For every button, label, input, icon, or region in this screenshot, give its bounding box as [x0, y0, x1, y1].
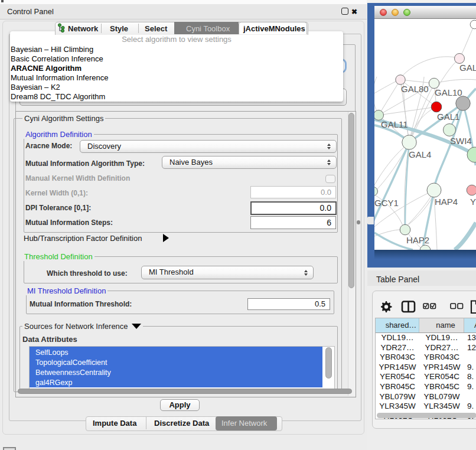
svg-text:HAP2: HAP2: [406, 235, 429, 245]
svg-text:GAL10: GAL10: [435, 87, 462, 97]
svg-text:HAP4: HAP4: [435, 197, 458, 207]
svg-text:Y: Y: [470, 197, 476, 207]
svg-text:SWI4: SWI4: [450, 136, 472, 146]
svg-text:GAL11: GAL11: [381, 119, 408, 129]
svg-text:GAL80: GAL80: [401, 84, 429, 94]
svg-text:GAL1: GAL1: [437, 112, 459, 122]
svg-text:GCY1: GCY1: [374, 198, 399, 208]
svg-text:GAL: GAL: [459, 63, 476, 73]
svg-text:GAL4: GAL4: [409, 149, 431, 159]
